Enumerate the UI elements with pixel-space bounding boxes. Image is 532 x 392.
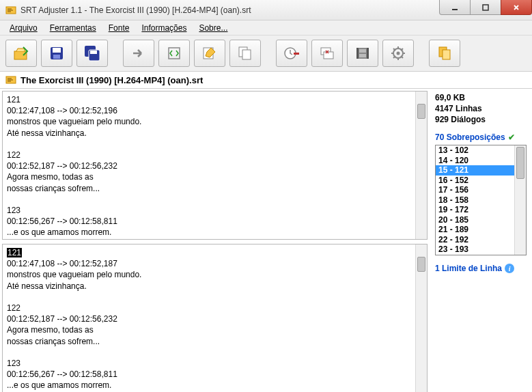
file-header: The Exorcist III (1990) [H.264-MP4] (oan… <box>0 72 532 89</box>
settings-button[interactable] <box>382 40 414 67</box>
shift-button[interactable] <box>123 40 154 67</box>
svg-rect-26 <box>443 50 450 59</box>
clock-minus-icon <box>283 45 300 61</box>
overlap-item[interactable]: 17 - 156 <box>436 185 526 195</box>
menubar: Arquivo Ferramentas Fonte Informações So… <box>0 20 532 36</box>
line-count: 4147 Linhas <box>435 104 527 113</box>
svg-rect-20 <box>367 48 369 59</box>
open-button[interactable] <box>5 40 37 67</box>
svg-rect-21 <box>359 49 366 53</box>
overlaps-list[interactable]: 13 - 10214 - 12015 - 12116 - 15217 - 156… <box>435 145 527 255</box>
arrow-right-icon <box>130 45 147 61</box>
sync-icon <box>166 45 182 61</box>
menu-sobre[interactable]: Sobre... <box>195 22 232 34</box>
svg-rect-11 <box>204 48 213 59</box>
video-button[interactable] <box>347 40 378 67</box>
svg-rect-12 <box>239 47 247 57</box>
window-title: SRT Adjuster 1.1 - The Exorcist III (199… <box>20 5 251 15</box>
adjusted-pane[interactable]: 121 00:12:47,108 --> 00:12:52,187 monstr… <box>2 244 428 392</box>
overlaps-title: 70 Sobreposições ✔ <box>435 132 527 142</box>
titlebar: SRT Adjuster 1.1 - The Exorcist III (199… <box>0 0 532 20</box>
svg-rect-3 <box>14 51 27 59</box>
sync-button[interactable] <box>158 40 190 67</box>
info-column: 69,0 KB 4147 Linhas 929 Diálogos 70 Sobr… <box>430 89 532 392</box>
overlap-icon <box>319 45 335 61</box>
app-icon <box>5 5 16 16</box>
overlap-item[interactable]: 18 - 158 <box>436 195 526 206</box>
dialog-count: 929 Diálogos <box>435 115 527 124</box>
save-all-button[interactable] <box>76 40 108 67</box>
overlap-item[interactable]: 23 - 193 <box>436 244 526 255</box>
overlap-item[interactable]: 13 - 102 <box>436 145 526 156</box>
svg-rect-17 <box>324 52 333 59</box>
svg-rect-4 <box>51 47 63 59</box>
srt-file-icon <box>5 74 16 85</box>
adjusted-text[interactable]: 121 00:12:47,108 --> 00:12:52,187 monstr… <box>3 244 427 392</box>
svg-rect-7 <box>85 46 96 57</box>
svg-rect-6 <box>53 55 60 59</box>
svg-rect-8 <box>89 50 100 61</box>
gear-icon <box>390 45 406 61</box>
svg-rect-19 <box>356 48 359 59</box>
menu-arquivo[interactable]: Arquivo <box>5 22 42 34</box>
svg-rect-16 <box>321 48 331 55</box>
menu-fonte[interactable]: Fonte <box>104 22 134 34</box>
svg-rect-25 <box>439 47 447 57</box>
svg-rect-9 <box>90 51 97 54</box>
documents-icon <box>436 45 453 61</box>
main-area: 121 00:12:47,108 --> 00:12:52,196 monstr… <box>0 89 532 392</box>
overlap-item[interactable]: 20 - 185 <box>436 215 526 225</box>
svg-rect-10 <box>169 48 180 59</box>
compare-button[interactable] <box>429 40 460 67</box>
overlap-item[interactable]: 14 - 120 <box>436 156 526 166</box>
fix-overlaps-button[interactable] <box>311 40 343 67</box>
editor-column: 121 00:12:47,108 --> 00:12:52,196 monstr… <box>0 89 430 392</box>
svg-rect-13 <box>242 50 251 59</box>
svg-point-14 <box>285 48 296 59</box>
scrollbar[interactable] <box>415 244 427 392</box>
film-icon <box>354 45 371 61</box>
overlap-item[interactable]: 19 - 172 <box>436 205 526 215</box>
toolbar <box>0 36 532 72</box>
file-size: 69,0 KB <box>435 93 527 102</box>
menu-ferramentas[interactable]: Ferramentas <box>46 22 100 34</box>
window-controls <box>440 0 532 15</box>
save-icon <box>48 45 65 61</box>
svg-rect-18 <box>356 48 369 59</box>
save-all-icon <box>83 44 101 62</box>
original-pane[interactable]: 121 00:12:47,108 --> 00:12:52,196 monstr… <box>2 91 428 240</box>
overlap-item[interactable]: 22 - 192 <box>436 235 526 245</box>
maximize-button[interactable] <box>470 0 501 15</box>
svg-rect-22 <box>359 54 366 57</box>
svg-rect-2 <box>483 5 488 10</box>
edit-icon <box>201 45 218 61</box>
overlaps-label: 70 Sobreposições <box>435 132 505 142</box>
close-button[interactable] <box>501 0 532 15</box>
linelimit-title: 1 Limite de Linha i <box>435 264 527 273</box>
original-text[interactable]: 121 00:12:47,108 --> 00:12:52,196 monstr… <box>3 92 427 240</box>
info-icon: i <box>505 264 514 273</box>
overlap-item[interactable]: 16 - 152 <box>436 176 526 186</box>
svg-point-23 <box>393 48 403 58</box>
copy-icon <box>237 45 253 61</box>
menu-informacoes[interactable]: Informações <box>137 22 191 34</box>
copy-button[interactable] <box>229 40 261 67</box>
time-minus-button[interactable] <box>276 40 307 67</box>
minimize-button[interactable] <box>439 0 471 15</box>
linelimit-label: 1 Limite de Linha <box>435 264 502 273</box>
check-icon: ✔ <box>508 132 515 142</box>
edit-button[interactable] <box>194 40 225 67</box>
open-icon <box>12 44 30 62</box>
scrollbar[interactable] <box>415 92 427 239</box>
svg-rect-15 <box>294 53 299 55</box>
file-name: The Exorcist III (1990) [H.264-MP4] (oan… <box>20 75 203 85</box>
svg-point-24 <box>397 52 400 55</box>
svg-rect-1 <box>452 9 458 10</box>
overlap-item[interactable]: 15 - 121 <box>436 165 526 176</box>
overlap-item[interactable]: 21 - 189 <box>436 225 526 235</box>
save-button[interactable] <box>41 40 72 67</box>
scrollbar[interactable] <box>514 145 526 255</box>
svg-rect-5 <box>53 48 61 53</box>
